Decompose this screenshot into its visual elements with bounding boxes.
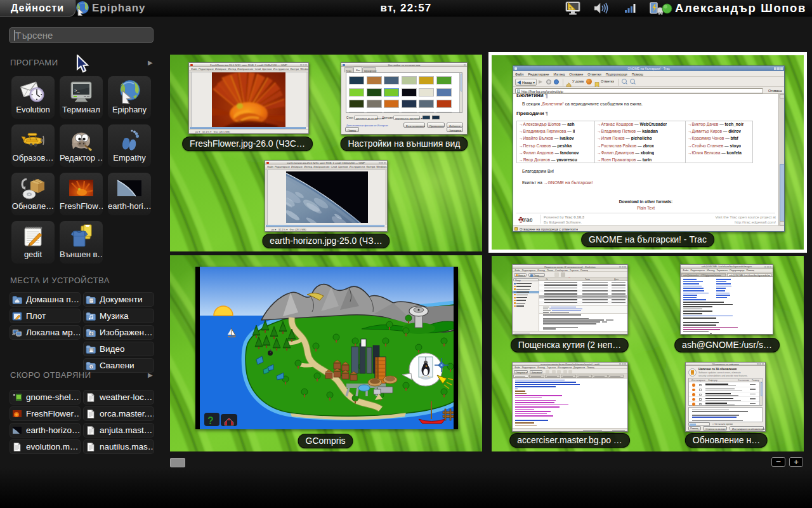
svg-text:?: ? bbox=[207, 415, 214, 426]
svg-text:>_: >_ bbox=[74, 88, 80, 93]
svg-text:trac: trac bbox=[522, 217, 533, 223]
